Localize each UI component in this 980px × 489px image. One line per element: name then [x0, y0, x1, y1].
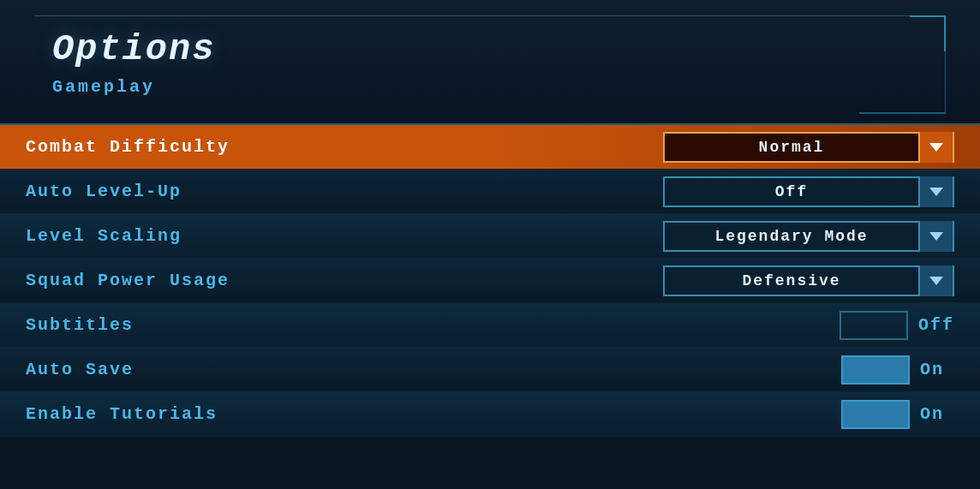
- toggle-control-enable-tutorials: On: [841, 400, 954, 429]
- toggle-label-subtitles: Off: [918, 315, 954, 335]
- toggle-label-auto-save: On: [920, 360, 954, 379]
- chevron-down-icon: [929, 232, 943, 241]
- dropdown-combat-difficulty[interactable]: Normal: [663, 132, 954, 163]
- control-enable-tutorials: On: [523, 400, 954, 429]
- dropdown-arrow-btn-auto-level-up[interactable]: [918, 176, 953, 207]
- toggle-enable-tutorials[interactable]: [841, 400, 910, 429]
- label-enable-tutorials: Enable Tutorials: [26, 404, 523, 424]
- control-squad-power-usage: Defensive: [523, 265, 954, 296]
- dropdown-arrow-btn-combat-difficulty[interactable]: [918, 132, 953, 163]
- control-auto-save: On: [523, 355, 954, 385]
- toggle-control-subtitles: Off: [840, 311, 954, 340]
- control-combat-difficulty: Normal: [523, 132, 954, 163]
- page-title: Options: [52, 29, 928, 70]
- chevron-down-icon: [929, 143, 943, 152]
- dropdown-value-combat-difficulty: Normal: [665, 139, 918, 156]
- setting-row-auto-level-up: Auto Level-UpOff: [0, 170, 980, 214]
- dropdown-arrow-btn-squad-power-usage[interactable]: [918, 265, 953, 296]
- control-subtitles: Off: [523, 311, 954, 340]
- label-auto-level-up: Auto Level-Up: [26, 182, 523, 201]
- section-title: Gameplay: [52, 77, 928, 97]
- control-level-scaling: Legendary Mode: [523, 221, 954, 252]
- toggle-label-enable-tutorials: On: [920, 404, 954, 424]
- options-page: Options Gameplay Combat DifficultyNormal…: [0, 0, 980, 489]
- dropdown-value-level-scaling: Legendary Mode: [665, 228, 918, 245]
- dropdown-value-squad-power-usage: Defensive: [665, 272, 918, 289]
- dropdown-arrow-btn-level-scaling[interactable]: [918, 221, 953, 252]
- header-box: Options Gameplay: [34, 15, 946, 115]
- settings-container: Combat DifficultyNormalAuto Level-UpOffL…: [0, 125, 980, 437]
- label-combat-difficulty: Combat Difficulty: [26, 137, 523, 157]
- toggle-control-auto-save: On: [841, 355, 954, 385]
- label-auto-save: Auto Save: [26, 360, 523, 379]
- setting-row-subtitles: SubtitlesOff: [0, 303, 980, 348]
- toggle-auto-save[interactable]: [841, 355, 910, 385]
- label-squad-power-usage: Squad Power Usage: [26, 271, 523, 290]
- dropdown-level-scaling[interactable]: Legendary Mode: [663, 221, 954, 252]
- setting-row-combat-difficulty: Combat DifficultyNormal: [0, 125, 980, 170]
- label-level-scaling: Level Scaling: [26, 226, 523, 246]
- dropdown-value-auto-level-up: Off: [665, 183, 918, 200]
- chevron-down-icon: [929, 188, 943, 196]
- header: Options Gameplay: [0, 0, 980, 125]
- setting-row-squad-power-usage: Squad Power UsageDefensive: [0, 259, 980, 303]
- control-auto-level-up: Off: [523, 176, 954, 207]
- label-subtitles: Subtitles: [26, 315, 523, 335]
- setting-row-enable-tutorials: Enable TutorialsOn: [0, 392, 980, 437]
- setting-row-auto-save: Auto SaveOn: [0, 348, 980, 392]
- dropdown-auto-level-up[interactable]: Off: [663, 176, 954, 207]
- toggle-subtitles[interactable]: [840, 311, 908, 340]
- chevron-down-icon: [929, 277, 943, 285]
- dropdown-squad-power-usage[interactable]: Defensive: [663, 265, 954, 296]
- setting-row-level-scaling: Level ScalingLegendary Mode: [0, 214, 980, 259]
